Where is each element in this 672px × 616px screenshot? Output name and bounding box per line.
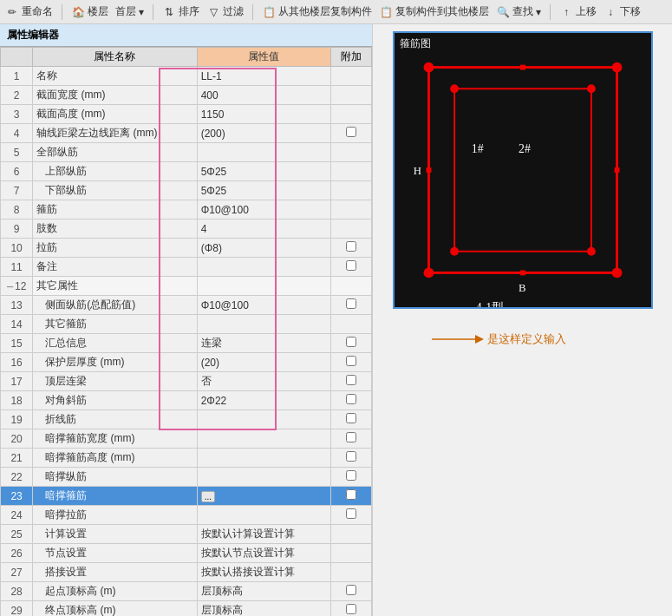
prop-checkbox[interactable]: [346, 260, 356, 271]
right-panel: 箍筋图: [373, 24, 672, 616]
row-number: 25: [1, 525, 33, 544]
prop-add-cell[interactable]: [330, 239, 371, 258]
table-row: 23暗撑箍筋...: [1, 487, 372, 506]
prop-name-cell: 暗撑箍筋宽度 (mm): [33, 429, 197, 449]
prop-value-cell: 按默认节点设置计算: [197, 544, 330, 563]
prop-checkbox[interactable]: [346, 585, 356, 595]
prop-checkbox[interactable]: [346, 127, 356, 137]
prop-add-cell[interactable]: [330, 296, 371, 315]
prop-checkbox[interactable]: [346, 470, 356, 481]
svg-rect-14: [520, 270, 525, 275]
table-row: 26节点设置按默认节点设置计算: [1, 544, 372, 563]
prop-add-cell[interactable]: [330, 582, 371, 601]
row-number: 2: [1, 86, 33, 105]
table-row: 3截面高度 (mm)1150: [1, 105, 372, 124]
table-row: 7下部纵筋5Φ25: [1, 181, 372, 200]
prop-name-cell: 其它属性: [33, 277, 197, 296]
toolbar-copy-to[interactable]: 📋 复制构件到其他楼层: [379, 4, 489, 19]
svg-text:2#: 2#: [519, 142, 531, 155]
cage-diagram: 箍筋图: [393, 31, 653, 309]
table-row: 11备注: [1, 258, 372, 277]
table-row: 4轴线距梁左边线距离 (mm)(200): [1, 124, 372, 143]
prop-add-cell[interactable]: [330, 429, 371, 449]
prop-value-cell: 400: [197, 86, 330, 105]
table-row: 2截面宽度 (mm)400: [1, 86, 372, 105]
toolbar-rename[interactable]: ✏ 重命名: [5, 4, 53, 19]
prop-name-cell: 起点顶标高 (m): [33, 582, 197, 601]
prop-add-cell[interactable]: [330, 487, 371, 506]
dots-button[interactable]: ...: [201, 491, 215, 502]
prop-add-cell[interactable]: [330, 410, 371, 429]
toolbar-up[interactable]: ↑ 上移: [559, 4, 597, 19]
prop-name-cell: 终点顶标高 (m): [33, 601, 197, 617]
prop-name-cell: 其它箍筋: [33, 315, 197, 334]
prop-name-cell: 上部纵筋: [33, 162, 197, 181]
col-num-header: [1, 48, 33, 67]
svg-rect-10: [426, 65, 431, 70]
table-row: 9肢数4: [1, 220, 372, 239]
toolbar-sort[interactable]: ⇅ 排序: [162, 4, 199, 19]
toolbar-sep-1: [62, 4, 62, 20]
prop-checkbox[interactable]: [346, 489, 356, 500]
find-icon: 🔍: [496, 5, 510, 19]
row-number: 18: [1, 391, 33, 410]
prop-add-cell: [330, 315, 371, 334]
prop-value-cell[interactable]: ...: [197, 487, 330, 506]
prop-add-cell: [330, 544, 371, 563]
row-number: 7: [1, 181, 33, 200]
row-number: 29: [1, 601, 33, 617]
prop-checkbox[interactable]: [346, 337, 356, 347]
prop-add-cell: [330, 181, 371, 200]
prop-checkbox[interactable]: [346, 604, 356, 614]
prop-checkbox[interactable]: [346, 356, 356, 366]
prop-value-cell: 连梁: [197, 334, 330, 353]
table-row: 8箍筋Φ10@100: [1, 200, 372, 220]
table-row: 19折线筋: [1, 410, 372, 429]
prop-name-cell: 轴线距梁左边线距离 (mm): [33, 124, 197, 143]
toolbar-copy-from[interactable]: 📋 从其他楼层复制构件: [262, 4, 372, 19]
prop-checkbox[interactable]: [346, 298, 356, 309]
prop-value-cell: [197, 143, 330, 162]
table-row: 28起点顶标高 (m)层顶标高: [1, 582, 372, 601]
svg-rect-13: [426, 270, 431, 275]
prop-checkbox[interactable]: [346, 432, 356, 442]
prop-add-cell[interactable]: [330, 334, 371, 353]
prop-add-cell: [330, 105, 371, 124]
prop-add-cell[interactable]: [330, 601, 371, 617]
panel-title: 属性编辑器: [0, 24, 372, 47]
toolbar-down[interactable]: ↓ 下移: [603, 4, 641, 19]
prop-value-cell: (20): [197, 353, 330, 372]
prop-add-cell[interactable]: [330, 258, 371, 277]
toolbar-sep-3: [252, 4, 253, 20]
prop-add-cell[interactable]: [330, 506, 371, 525]
copy-from-icon: 📋: [262, 5, 276, 19]
row-number: 13: [1, 296, 33, 315]
prop-add-cell[interactable]: [330, 391, 371, 410]
toolbar-first-floor[interactable]: 首层 ▾: [115, 4, 144, 19]
expand-icon[interactable]: ─: [7, 282, 13, 292]
row-number: 28: [1, 582, 33, 601]
row-number: ─12: [1, 277, 33, 296]
prop-add-cell[interactable]: [330, 468, 371, 487]
svg-rect-12: [614, 65, 619, 70]
prop-add-cell[interactable]: [330, 124, 371, 143]
table-row: ─12其它属性: [1, 277, 372, 296]
table-row: 1名称LL-1: [1, 67, 372, 86]
prop-value-cell: 按默认搭接设置计算: [197, 563, 330, 582]
prop-add-cell[interactable]: [330, 449, 371, 468]
prop-name-cell: 肢数: [33, 220, 197, 239]
up-icon: ↑: [559, 5, 573, 19]
sort-icon: ⇅: [162, 5, 176, 19]
toolbar-filter[interactable]: ▽ 过滤: [206, 4, 244, 19]
prop-checkbox[interactable]: [346, 413, 356, 423]
prop-checkbox[interactable]: [346, 375, 356, 385]
toolbar-floor[interactable]: 🏠 楼层: [71, 4, 108, 19]
prop-checkbox[interactable]: [346, 394, 356, 404]
prop-add-cell[interactable]: [330, 372, 371, 391]
row-number: 8: [1, 200, 33, 220]
toolbar-find[interactable]: 🔍 查找 ▾: [496, 4, 541, 19]
prop-checkbox[interactable]: [346, 241, 356, 252]
prop-checkbox[interactable]: [346, 508, 356, 519]
prop-add-cell[interactable]: [330, 353, 371, 372]
prop-checkbox[interactable]: [346, 451, 356, 462]
